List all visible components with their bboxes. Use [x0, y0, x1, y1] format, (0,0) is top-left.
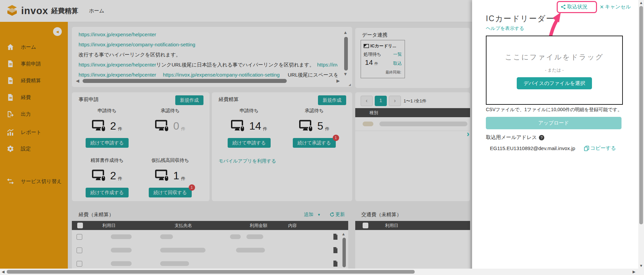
expense-table-titlebar: 経費（未精算） 追加 ▼ 更新: [72, 211, 348, 220]
row-checkbox[interactable]: [77, 234, 82, 240]
new-expense-settlement-button[interactable]: 新規作成: [318, 95, 346, 105]
pending-count-unit: 件: [374, 61, 378, 65]
document-file-icon[interactable]: [333, 234, 338, 240]
sidebar-collapse-button[interactable]: ◄: [53, 27, 62, 36]
expense-link[interactable]: https://invox.jp/expense: [317, 62, 338, 67]
continue-collect-button[interactable]: 続けて回収する: [149, 188, 191, 197]
table-row[interactable]: [72, 257, 348, 269]
pager-page-1-button[interactable]: 1: [375, 96, 387, 106]
scroll-left-icon[interactable]: ◀: [76, 79, 79, 83]
table-row[interactable]: [355, 117, 470, 131]
scroll-up-icon[interactable]: ▲: [341, 232, 346, 236]
brand-name: invox: [21, 5, 48, 16]
page-vertical-scrollbar[interactable]: ▲ ▼: [638, 0, 644, 269]
scrollbar-up-arrow-icon[interactable]: ▲: [639, 1, 643, 5]
pager-prev-button[interactable]: ‹: [361, 96, 373, 106]
select-all-checkbox[interactable]: [363, 223, 368, 228]
notification-badge: 1: [189, 184, 195, 191]
add-button[interactable]: 追加 ▼: [304, 212, 321, 218]
continue-approve-button[interactable]: 続けて承認する: [293, 138, 335, 148]
document-file-icon[interactable]: [333, 247, 338, 253]
transport-table-header: 利用日: [355, 221, 470, 230]
pending-label: 処理待ち: [364, 51, 381, 57]
document-icon: [7, 77, 14, 84]
redacted-cell: [246, 234, 263, 239]
page-horizontal-scrollbar[interactable]: ◀ ▶: [0, 269, 644, 275]
redacted-cell: [111, 261, 132, 266]
continue-create-button[interactable]: 続けて作成する: [86, 188, 128, 197]
nav-tab-home[interactable]: ホーム: [89, 8, 104, 14]
csv-note: CSVファイルで、1ファイルに10,000件の明細を登録可能です。: [486, 107, 622, 113]
list-link[interactable]: 一覧: [393, 51, 402, 57]
sidebar-label: 経費: [21, 94, 31, 101]
helpcenter-link[interactable]: https://invox.jp/expense/helpcenter: [79, 72, 156, 78]
scroll-right-icon[interactable]: ▶: [336, 79, 340, 83]
ic-card-reader-side-panel: 取込状況 ✕ キャンセル ICカードリーダー ヘルプを表示する ここにファイルを…: [472, 0, 638, 275]
sidebar-item-export[interactable]: 出力: [0, 108, 68, 120]
new-advance-request-button[interactable]: 新規作成: [175, 95, 203, 105]
stat-label: 承認待ち: [139, 108, 201, 114]
sidebar-item-expense[interactable]: 経費: [0, 92, 68, 103]
refresh-button[interactable]: 更新: [330, 212, 345, 218]
cancel-label: キャンセル: [605, 4, 631, 10]
helpcenter-link[interactable]: https://invox.jp/expense/helpcenter: [79, 32, 156, 37]
horizontal-scrollbar-thumb[interactable]: [7, 270, 415, 274]
helpcenter-link[interactable]: https://invox.jp/expense/helpcenter: [79, 62, 156, 67]
panel-collapse-chevron[interactable]: ›: [467, 129, 469, 139]
document-file-icon[interactable]: [333, 261, 338, 267]
scroll-up-icon[interactable]: ▲: [343, 30, 348, 35]
select-device-file-button[interactable]: デバイスのファイルを選択: [517, 77, 592, 89]
resize-handle-icon[interactable]: ◢: [349, 83, 351, 86]
table-scrollbar-thumb[interactable]: [342, 238, 346, 267]
redacted-cell: [111, 248, 132, 253]
scroll-down-icon[interactable]: ▼: [343, 72, 348, 76]
sidebar-item-report[interactable]: レポート: [0, 127, 68, 138]
sidebar-label: 事前申請: [21, 61, 41, 67]
sidebar-item-home[interactable]: ホーム: [0, 41, 68, 53]
stat-unit: 件: [181, 176, 185, 182]
copy-button[interactable]: コピーする: [584, 145, 616, 151]
continue-apply-button[interactable]: 続けて申請する: [228, 138, 270, 148]
stat-count: 5: [317, 120, 323, 132]
home-icon: [7, 43, 14, 51]
import-status-button[interactable]: 取込状況: [561, 4, 587, 10]
notification-setting-link[interactable]: https://invox.jp/expense/company-notific…: [163, 72, 280, 78]
horizontal-scrollbar-thumb[interactable]: [83, 79, 287, 83]
vertical-scrollbar-thumb[interactable]: [344, 37, 348, 71]
file-dropzone[interactable]: ここにファイルをドラッグ - または - デバイスのファイルを選択: [486, 36, 623, 105]
continue-apply-button[interactable]: 続けて申請する: [86, 138, 128, 148]
pager-next-button[interactable]: ›: [389, 96, 401, 106]
redacted-cell: [379, 122, 467, 126]
sidebar-label: 経費精算: [21, 78, 41, 84]
stat-unit: 件: [263, 126, 267, 132]
table-row[interactable]: [72, 230, 348, 244]
vertical-scrollbar-thumb[interactable]: [639, 6, 643, 224]
sidebar-item-advance-request[interactable]: 事前申請: [0, 58, 68, 70]
scrollbar-left-arrow-icon[interactable]: ◀: [2, 270, 4, 274]
column-amount: 利用金額: [250, 223, 267, 229]
upload-button[interactable]: アップロード: [486, 117, 622, 129]
report-icon: [7, 129, 14, 136]
row-checkbox[interactable]: [77, 247, 82, 253]
row-checkbox[interactable]: [77, 261, 82, 267]
sidebar-label: サービス切り替え: [21, 178, 62, 185]
copy-icon: [584, 146, 589, 151]
sidebar-item-service-switch[interactable]: サービス切り替え: [0, 176, 68, 187]
sidebar-item-settings[interactable]: 設定: [0, 143, 68, 154]
expense-table: 利用日 支払先名 利用金額 内容 ▲: [72, 221, 348, 269]
scrollbar-right-arrow-icon[interactable]: ▶: [633, 270, 635, 274]
table-row[interactable]: [72, 243, 348, 257]
scrollbar-down-arrow-icon[interactable]: ▼: [639, 264, 643, 268]
notification-setting-link[interactable]: https://invox.jp/expense/company-notific…: [79, 42, 195, 47]
help-link[interactable]: ヘルプを表示する: [486, 26, 524, 32]
import-link[interactable]: 取込: [393, 60, 402, 66]
stat-label: 申請待ち: [218, 108, 280, 114]
pending-count: 14: [365, 58, 373, 66]
brand[interactable]: invox 経費精算: [5, 4, 78, 17]
select-all-checkbox[interactable]: [77, 223, 83, 228]
ic-card-reader-card[interactable]: ICカードリ... 処理待ち 一覧 14 件 取込 最終同期:: [361, 40, 405, 78]
cancel-button[interactable]: ✕ キャンセル: [600, 4, 631, 10]
question-help-icon[interactable]: ?: [539, 135, 544, 140]
sidebar-item-expense-settlement[interactable]: 経費精算: [0, 75, 68, 86]
mobile-app-link[interactable]: モバイルアプリを利用する: [219, 158, 276, 164]
